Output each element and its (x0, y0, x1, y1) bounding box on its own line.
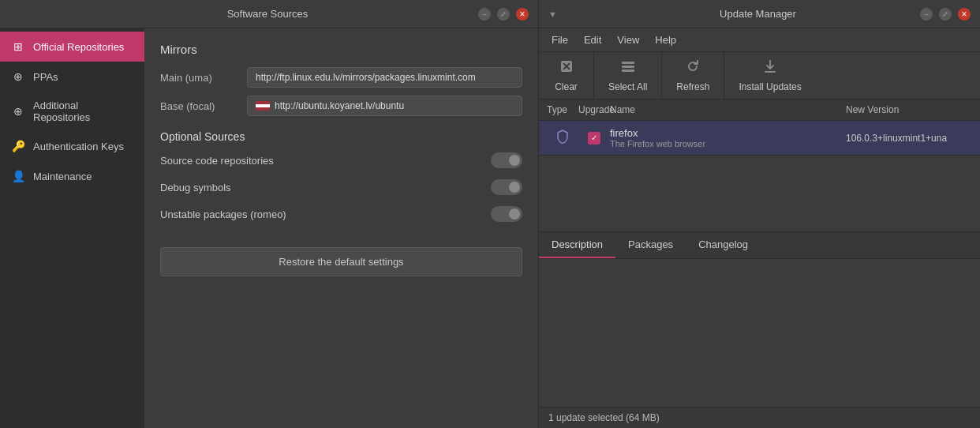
name-column-header: Name (610, 104, 846, 115)
main-area: ⊞ Official Repositories ⊕ PPAs ⊕ Additio… (0, 28, 538, 428)
select-all-icon (620, 58, 636, 78)
status-bar: 1 update selected (64 MB) (539, 407, 980, 428)
um-maximize-button[interactable]: ⤢ (939, 8, 952, 21)
toggle-x-icon3: ✕ (513, 210, 519, 219)
version-column-header: New Version (846, 104, 972, 115)
source-code-label: Source code repositories (160, 155, 274, 167)
ppas-icon: ⊕ (11, 69, 25, 84)
select-all-label: Select All (608, 81, 647, 92)
sidebar-item-authentication-keys[interactable]: 🔑 Authentication Keys (0, 131, 144, 161)
additional-repos-icon: ⊕ (11, 104, 25, 118)
table-header: Type Upgrade Name New Version (539, 99, 980, 121)
sidebar-item-label: Authentication Keys (33, 141, 124, 152)
auth-keys-icon: 🔑 (11, 139, 25, 153)
upgrade-column-header: Upgrade (578, 104, 610, 115)
file-menu[interactable]: File (545, 32, 574, 48)
refresh-icon (685, 58, 701, 78)
select-all-button[interactable]: Select All (594, 52, 662, 99)
source-code-toggle[interactable]: ✕ (491, 152, 522, 168)
sidebar-item-label: Maintenance (33, 171, 92, 182)
view-menu[interactable]: View (611, 32, 645, 48)
base-mirror-value[interactable]: http://ubuntu.koyanet.lv/ubuntu (247, 96, 522, 116)
clear-icon (559, 58, 574, 78)
package-description: The Firefox web browser (610, 139, 846, 148)
unstable-packages-toggle[interactable]: ✕ (491, 206, 522, 222)
status-text: 1 update selected (64 MB) (548, 412, 660, 423)
edit-menu[interactable]: Edit (578, 32, 608, 48)
um-toolbar: Clear Select All Refresh (539, 52, 980, 99)
sidebar-item-additional-repositories[interactable]: ⊕ Additional Repositories (0, 92, 144, 131)
um-content: Type Upgrade Name New Version ✓ firefox … (539, 99, 980, 407)
bottom-tabs: Description Packages Changelog (539, 231, 980, 259)
type-column-header: Type (547, 104, 578, 115)
source-code-toggle-row: Source code repositories ✕ (160, 151, 522, 170)
svg-rect-5 (622, 69, 634, 72)
content-area: Mirrors Main (uma) http://ftp.linux.edu.… (144, 28, 538, 428)
unstable-packages-label: Unstable packages (romeo) (160, 208, 286, 220)
package-new-version: 106.0.3+linuxmint1+una (846, 133, 972, 144)
um-window-controls: – ⤢ (920, 8, 971, 21)
install-label: Install Updates (739, 81, 801, 92)
main-mirror-label: Main (uma) (160, 72, 247, 84)
refresh-label: Refresh (676, 81, 709, 92)
maintenance-icon: 👤 (11, 169, 25, 183)
maximize-button[interactable]: ⤢ (497, 8, 510, 21)
software-sources-title: Software Sources (57, 8, 478, 20)
um-close-button[interactable] (958, 8, 971, 21)
tab-packages[interactable]: Packages (615, 232, 686, 258)
sidebar-item-ppas[interactable]: ⊕ PPAs (0, 62, 144, 92)
tab-description[interactable]: Description (539, 232, 615, 258)
table-row[interactable]: ✓ firefox The Firefox web browser 106.0.… (539, 121, 980, 156)
updates-table: Type Upgrade Name New Version ✓ firefox … (539, 99, 980, 231)
help-menu[interactable]: Help (649, 32, 683, 48)
software-sources-titlebar: Software Sources – ⤢ (0, 0, 538, 28)
window-controls: – ⤢ (478, 8, 529, 21)
sidebar-item-maintenance[interactable]: 👤 Maintenance (0, 161, 144, 191)
main-mirror-row: Main (uma) http://ftp.linux.edu.lv/mirro… (160, 67, 522, 88)
base-mirror-row: Base (focal) http://ubuntu.koyanet.lv/ub… (160, 96, 522, 116)
sidebar-item-label: Official Repositories (33, 41, 124, 53)
update-manager-titlebar: ▼ Update Manager – ⤢ (539, 0, 980, 28)
package-info: firefox The Firefox web browser (610, 127, 846, 148)
main-mirror-value[interactable]: http://ftp.linux.edu.lv/mirrors/packages… (247, 67, 522, 88)
checkbox-cell[interactable]: ✓ (578, 132, 610, 145)
svg-rect-4 (622, 66, 634, 68)
base-mirror-label: Base (focal) (160, 100, 247, 112)
install-icon (762, 58, 778, 78)
sidebar: ⊞ Official Repositories ⊕ PPAs ⊕ Additio… (0, 28, 144, 428)
clear-label: Clear (555, 81, 578, 92)
toggle-x-icon2: ✕ (513, 183, 519, 192)
um-menubar: File Edit View Help (539, 28, 980, 52)
close-button[interactable] (516, 8, 529, 21)
tab-changelog[interactable]: Changelog (686, 232, 761, 258)
clear-button[interactable]: Clear (539, 52, 594, 99)
debug-symbols-toggle-row: Debug symbols ✕ (160, 178, 522, 197)
um-minimize-button[interactable]: – (920, 8, 933, 21)
restore-defaults-button[interactable]: Restore the default settings (160, 247, 522, 276)
base-mirror-url: http://ubuntu.koyanet.lv/ubuntu (275, 100, 404, 111)
main-mirror-url: http://ftp.linux.edu.lv/mirrors/packages… (256, 72, 476, 83)
mirrors-title: Mirrors (160, 43, 522, 56)
sidebar-item-label: PPAs (33, 71, 58, 83)
svg-rect-3 (622, 62, 634, 64)
description-area (539, 259, 980, 407)
toggle-x-icon: ✕ (513, 156, 519, 165)
official-repos-icon: ⊞ (11, 39, 25, 54)
refresh-button[interactable]: Refresh (662, 52, 724, 99)
minimize-button[interactable]: – (478, 8, 491, 21)
optional-sources-title: Optional Sources (160, 130, 522, 143)
package-name: firefox (610, 127, 846, 139)
sidebar-item-official-repositories[interactable]: ⊞ Official Repositories (0, 32, 144, 62)
checkbox-checked: ✓ (588, 132, 600, 145)
update-manager-title: Update Manager (596, 8, 920, 20)
update-manager-window: ▼ Update Manager – ⤢ File Edit View Help… (539, 0, 980, 428)
debug-symbols-toggle[interactable]: ✕ (491, 179, 522, 195)
shield-icon (547, 130, 578, 147)
debug-symbols-label: Debug symbols (160, 182, 231, 193)
unstable-packages-toggle-row: Unstable packages (romeo) ✕ (160, 205, 522, 223)
latvia-flag (256, 101, 270, 111)
software-sources-window: Software Sources – ⤢ ⊞ Official Reposito… (0, 0, 539, 428)
sidebar-item-label: Additional Repositories (33, 99, 133, 123)
install-updates-button[interactable]: Install Updates (724, 52, 815, 99)
